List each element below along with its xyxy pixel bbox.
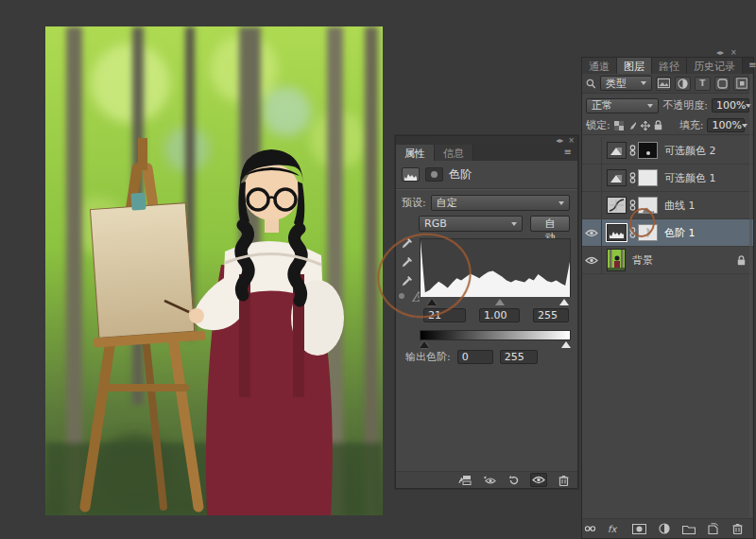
lock-position-icon[interactable]	[641, 121, 650, 130]
link-mask-icon[interactable]	[629, 145, 636, 156]
filter-adjustment-layers-icon[interactable]	[675, 77, 691, 91]
layer-mask-thumbnail[interactable]	[638, 197, 658, 214]
layer-mask-thumbnail[interactable]	[638, 169, 658, 186]
delete-adjustment-button[interactable]	[555, 473, 572, 487]
selective-color-icon[interactable]	[607, 142, 627, 159]
blend-mode-dropdown[interactable]: 正常	[586, 98, 659, 113]
delete-layer-button[interactable]	[730, 522, 746, 536]
levels-icon[interactable]	[607, 224, 627, 241]
blend-mode-value: 正常	[592, 98, 612, 113]
properties-tabs: 属性 信息 ≡	[396, 145, 577, 161]
tab-paths[interactable]: 路径	[652, 58, 687, 74]
layer-row-selective-color-2[interactable]: 可选颜色 2	[582, 137, 753, 165]
new-layer-button[interactable]	[705, 522, 721, 536]
curves-icon[interactable]	[607, 197, 627, 214]
preset-label: 预设:	[402, 196, 426, 210]
visibility-toggle[interactable]	[582, 137, 602, 164]
visibility-toggle[interactable]	[582, 192, 602, 218]
shadow-slider-handle[interactable]	[427, 299, 437, 305]
dock-controls: ◂▸ ×	[716, 48, 737, 57]
visibility-toggle[interactable]	[582, 219, 602, 246]
layer-name[interactable]: 背景	[632, 253, 737, 268]
filter-shape-layers-icon[interactable]	[714, 77, 730, 91]
properties-titlebar: ◂▸ ×	[396, 136, 577, 145]
tab-properties[interactable]: 属性	[396, 145, 435, 161]
tab-info[interactable]: 信息	[435, 145, 473, 161]
dock-collapse-icon[interactable]: ◂▸	[716, 48, 724, 57]
panel-collapse-icon[interactable]: ◂▸	[556, 137, 563, 145]
visibility-toggle[interactable]	[582, 165, 602, 191]
filter-pixel-layers-icon[interactable]	[656, 77, 672, 91]
layer-row-background[interactable]: 背景	[582, 247, 753, 274]
preset-dropdown[interactable]: 自定	[431, 195, 570, 211]
reset-adjustment-button[interactable]	[506, 473, 523, 487]
layers-scrollbar[interactable]	[749, 74, 752, 517]
layer-mask-thumbnail[interactable]	[638, 142, 658, 159]
output-levels-label: 输出色阶:	[405, 350, 451, 364]
link-mask-icon[interactable]	[629, 200, 636, 211]
layers-panel: 通道 图层 路径 历史记录 ≡ 类型 T 正常 不透明度: 100% 锁定:	[581, 57, 754, 539]
layer-row-selective-color-1[interactable]: 可选颜色 1	[582, 165, 753, 192]
output-low-input[interactable]: 0	[457, 350, 493, 364]
layer-row-levels-1[interactable]: 色阶 1	[582, 219, 753, 247]
opacity-input[interactable]: 100%	[712, 98, 749, 113]
divider	[396, 188, 577, 190]
layer-mask-thumbnail[interactable]	[638, 224, 658, 241]
preset-value: 自定	[437, 196, 457, 210]
mask-badge-icon[interactable]	[425, 167, 443, 182]
selective-color-icon[interactable]	[607, 169, 627, 186]
lock-all-icon[interactable]	[654, 120, 662, 130]
layers-panel-menu-icon[interactable]: ≡	[743, 58, 756, 74]
visibility-toggle[interactable]	[582, 247, 602, 273]
add-layer-mask-button[interactable]	[631, 522, 647, 536]
gray-point-eyedropper-icon[interactable]	[400, 257, 412, 270]
output-highlight-handle[interactable]	[561, 341, 571, 348]
auto-button[interactable]: 自动	[530, 216, 570, 232]
fx-label: fx	[608, 524, 618, 534]
white-point-eyedropper-icon[interactable]	[400, 276, 412, 288]
layer-name[interactable]: 可选颜色 1	[664, 171, 753, 185]
dock-close-icon[interactable]: ×	[730, 48, 737, 57]
toggle-visibility-button[interactable]	[530, 473, 547, 487]
highlight-slider-handle[interactable]	[559, 299, 569, 305]
document-canvas[interactable]	[45, 26, 383, 515]
layer-filter-row: 类型 T	[582, 74, 753, 94]
tab-layers[interactable]: 图层	[617, 58, 652, 74]
fill-input[interactable]: 100%	[707, 118, 745, 132]
panel-close-icon[interactable]: ×	[568, 137, 575, 145]
new-group-button[interactable]	[680, 522, 696, 536]
highlight-input[interactable]: 255	[533, 308, 569, 322]
levels-badge-icon	[402, 167, 420, 182]
black-point-eyedropper-icon[interactable]	[400, 238, 412, 251]
midtone-slider-handle[interactable]	[495, 299, 505, 305]
lock-pixels-icon[interactable]	[627, 121, 637, 130]
filter-smart-object-icon[interactable]	[733, 77, 749, 91]
layer-name[interactable]: 色阶 1	[664, 226, 753, 240]
layer-name[interactable]: 曲线 1	[664, 199, 753, 213]
clip-to-layer-button[interactable]	[456, 473, 473, 487]
view-previous-state-button[interactable]	[481, 473, 498, 487]
background-thumbnail[interactable]	[607, 249, 626, 271]
properties-panel: ◂▸ × 属性 信息 ≡ 色阶 预设: 自定 RGB 自动	[395, 135, 578, 489]
link-mask-icon[interactable]	[629, 172, 636, 183]
channel-dropdown[interactable]: RGB	[419, 216, 523, 232]
layer-name[interactable]: 可选颜色 2	[664, 144, 753, 158]
layer-style-button[interactable]: fx	[607, 522, 623, 536]
link-layers-button[interactable]	[582, 522, 598, 536]
new-adjustment-layer-button[interactable]	[656, 522, 672, 536]
link-mask-icon[interactable]	[629, 227, 636, 238]
lock-transparency-icon[interactable]	[614, 121, 624, 130]
tab-history[interactable]: 历史记录	[687, 58, 743, 74]
filter-type-layers-icon[interactable]: T	[695, 77, 711, 91]
midtone-input[interactable]: 1.00	[479, 308, 520, 322]
layer-row-curves-1[interactable]: 曲线 1	[582, 192, 753, 219]
output-gradient-ramp	[420, 330, 571, 340]
filter-type-dropdown[interactable]: 类型	[600, 76, 652, 91]
chevron-down-icon	[641, 81, 646, 85]
output-shadow-handle[interactable]	[420, 341, 429, 348]
output-high-input[interactable]: 255	[500, 350, 538, 364]
tab-channels[interactable]: 通道	[582, 58, 617, 74]
shadow-input[interactable]: 21	[423, 308, 466, 322]
layers-tabs: 通道 图层 路径 历史记录 ≡	[582, 58, 753, 74]
panel-menu-icon[interactable]: ≡	[558, 145, 577, 161]
